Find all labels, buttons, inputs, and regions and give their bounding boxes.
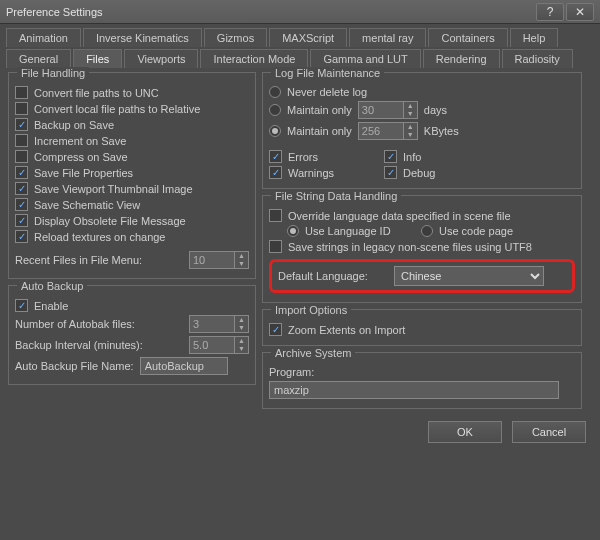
- spinner-down-icon[interactable]: ▼: [235, 324, 248, 332]
- spinner-up-icon[interactable]: ▲: [235, 252, 248, 260]
- backup-name-label: Auto Backup File Name:: [15, 360, 134, 372]
- maintain-kb-radio[interactable]: [269, 125, 281, 137]
- checkbox-label: Save Schematic View: [34, 199, 140, 211]
- log-group: Log File Maintenance Never delete log Ma…: [262, 72, 582, 189]
- never-delete-radio[interactable]: [269, 86, 281, 98]
- group-title: Auto Backup: [17, 280, 87, 292]
- default-lang-select[interactable]: Chinese: [394, 266, 544, 286]
- checkbox[interactable]: [15, 134, 28, 147]
- close-button[interactable]: ✕: [566, 3, 594, 21]
- file-handling-group: File Handling Convert file paths to UNCC…: [8, 72, 256, 279]
- spinner-down-icon[interactable]: ▼: [404, 131, 417, 139]
- tab-general[interactable]: General: [6, 49, 71, 68]
- title-bar: Preference Settings ? ✕: [0, 0, 600, 24]
- checkbox[interactable]: [15, 214, 28, 227]
- tab-mental-ray[interactable]: mental ray: [349, 28, 426, 47]
- maintain-kb-input[interactable]: [358, 122, 404, 140]
- debug-checkbox[interactable]: [384, 166, 397, 179]
- dialog-content: File Handling Convert file paths to UNCC…: [0, 70, 600, 415]
- days-unit: days: [424, 104, 447, 116]
- warnings-checkbox[interactable]: [269, 166, 282, 179]
- checkbox-label: Save File Properties: [34, 167, 133, 179]
- never-delete-label: Never delete log: [287, 86, 367, 98]
- spinner-down-icon[interactable]: ▼: [235, 345, 248, 353]
- utf8-checkbox[interactable]: [269, 240, 282, 253]
- recent-files-input[interactable]: [189, 251, 235, 269]
- checkbox-label: Display Obsolete File Message: [34, 215, 186, 227]
- maintain-days-input[interactable]: [358, 101, 404, 119]
- maintain-days-radio[interactable]: [269, 104, 281, 116]
- override-lang-label: Override language data specified in scen…: [288, 210, 511, 222]
- interval-input[interactable]: [189, 336, 235, 354]
- group-title: Log File Maintenance: [271, 67, 384, 79]
- program-label: Program:: [269, 366, 314, 378]
- tab-gizmos[interactable]: Gizmos: [204, 28, 267, 47]
- tab-files[interactable]: Files: [73, 49, 122, 68]
- info-checkbox[interactable]: [384, 150, 397, 163]
- tab-interaction-mode[interactable]: Interaction Mode: [200, 49, 308, 68]
- tab-help[interactable]: Help: [510, 28, 559, 47]
- errors-checkbox[interactable]: [269, 150, 282, 163]
- checkbox-label: Increment on Save: [34, 135, 126, 147]
- file-string-group: File String Data Handling Override langu…: [262, 195, 582, 303]
- debug-label: Debug: [403, 167, 435, 179]
- archive-group: Archive System Program:: [262, 352, 582, 409]
- window-title: Preference Settings: [6, 6, 534, 18]
- program-input[interactable]: [269, 381, 559, 399]
- checkbox[interactable]: [15, 150, 28, 163]
- autobak-num-label: Number of Autobak files:: [15, 318, 183, 330]
- use-lang-id-label: Use Language ID: [305, 225, 415, 237]
- recent-files-spinner[interactable]: ▲▼: [189, 251, 249, 269]
- checkbox-label: Convert local file paths to Relative: [34, 103, 200, 115]
- checkbox[interactable]: [15, 182, 28, 195]
- tab-animation[interactable]: Animation: [6, 28, 81, 47]
- tab-viewports[interactable]: Viewports: [124, 49, 198, 68]
- enable-checkbox[interactable]: [15, 299, 28, 312]
- checkbox-label: Save Viewport Thumbnail Image: [34, 183, 193, 195]
- group-title: Import Options: [271, 304, 351, 316]
- checkbox[interactable]: [15, 198, 28, 211]
- tab-gamma-and-lut[interactable]: Gamma and LUT: [310, 49, 420, 68]
- spinner-up-icon[interactable]: ▲: [235, 337, 248, 345]
- autobak-num-input[interactable]: [189, 315, 235, 333]
- tab-rendering[interactable]: Rendering: [423, 49, 500, 68]
- spinner-up-icon[interactable]: ▲: [404, 102, 417, 110]
- ok-button[interactable]: OK: [428, 421, 502, 443]
- checkbox[interactable]: [15, 86, 28, 99]
- recent-files-label: Recent Files in File Menu:: [15, 254, 183, 266]
- maintain-days-spinner[interactable]: ▲▼: [358, 101, 418, 119]
- maintain-kb-spinner[interactable]: ▲▼: [358, 122, 418, 140]
- warnings-label: Warnings: [288, 167, 378, 179]
- tab-inverse-kinematics[interactable]: Inverse Kinematics: [83, 28, 202, 47]
- maintain-kb-label: Maintain only: [287, 125, 352, 137]
- override-lang-checkbox[interactable]: [269, 209, 282, 222]
- checkbox[interactable]: [15, 102, 28, 115]
- use-lang-id-radio[interactable]: [287, 225, 299, 237]
- checkbox[interactable]: [15, 166, 28, 179]
- use-codepage-label: Use code page: [439, 225, 513, 237]
- checkbox-label: Backup on Save: [34, 119, 114, 131]
- tab-containers[interactable]: Containers: [428, 28, 507, 47]
- tab-maxscript[interactable]: MAXScript: [269, 28, 347, 47]
- spinner-up-icon[interactable]: ▲: [235, 316, 248, 324]
- cancel-button[interactable]: Cancel: [512, 421, 586, 443]
- interval-spinner[interactable]: ▲▼: [189, 336, 249, 354]
- checkbox[interactable]: [15, 118, 28, 131]
- zoom-extents-checkbox[interactable]: [269, 323, 282, 336]
- maintain-days-label: Maintain only: [287, 104, 352, 116]
- help-button[interactable]: ?: [536, 3, 564, 21]
- kb-unit: KBytes: [424, 125, 459, 137]
- tab-radiosity[interactable]: Radiosity: [502, 49, 573, 68]
- info-label: Info: [403, 151, 421, 163]
- dialog-buttons: OK Cancel: [0, 415, 600, 449]
- utf8-label: Save strings in legacy non-scene files u…: [288, 241, 532, 253]
- interval-label: Backup Interval (minutes):: [15, 339, 183, 351]
- backup-name-input[interactable]: [140, 357, 228, 375]
- checkbox[interactable]: [15, 230, 28, 243]
- use-codepage-radio[interactable]: [421, 225, 433, 237]
- zoom-extents-label: Zoom Extents on Import: [288, 324, 405, 336]
- autobak-num-spinner[interactable]: ▲▼: [189, 315, 249, 333]
- spinner-down-icon[interactable]: ▼: [404, 110, 417, 118]
- spinner-up-icon[interactable]: ▲: [404, 123, 417, 131]
- spinner-down-icon[interactable]: ▼: [235, 260, 248, 268]
